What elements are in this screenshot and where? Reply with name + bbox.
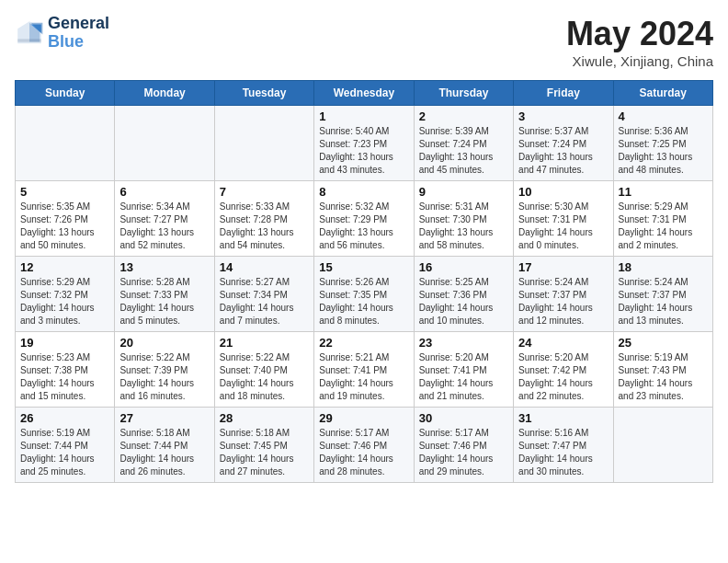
cell-info: Sunrise: 5:39 AM Sunset: 7:24 PM Dayligh…	[419, 125, 508, 177]
day-number: 22	[319, 336, 408, 350]
cell-info: Sunrise: 5:30 AM Sunset: 7:31 PM Dayligh…	[518, 201, 608, 252]
cell-info: Sunrise: 5:28 AM Sunset: 7:33 PM Dayligh…	[119, 276, 209, 327]
day-number: 13	[119, 260, 209, 274]
cell-info: Sunrise: 5:40 AM Sunset: 7:23 PM Dayligh…	[319, 125, 408, 177]
day-number: 1	[319, 109, 408, 123]
cell-info: Sunrise: 5:22 AM Sunset: 7:40 PM Dayligh…	[220, 351, 309, 403]
calendar-cell: 9Sunrise: 5:31 AM Sunset: 7:30 PM Daylig…	[414, 181, 513, 257]
calendar-cell: 29Sunrise: 5:17 AM Sunset: 7:46 PM Dayli…	[314, 408, 414, 483]
cell-info: Sunrise: 5:17 AM Sunset: 7:46 PM Dayligh…	[319, 427, 408, 478]
header-row: SundayMondayTuesdayWednesdayThursdayFrid…	[16, 81, 713, 106]
svg-rect-4	[17, 39, 41, 41]
cell-info: Sunrise: 5:23 AM Sunset: 7:38 PM Dayligh…	[20, 351, 109, 403]
calendar-cell	[115, 106, 214, 181]
day-number: 8	[319, 185, 408, 199]
day-number: 3	[518, 109, 608, 123]
day-header-sunday: Sunday	[16, 81, 115, 106]
logo: General Blue	[15, 15, 109, 52]
page-header: General Blue May 2024 Xiwule, Xinjiang, …	[15, 15, 713, 69]
cell-info: Sunrise: 5:18 AM Sunset: 7:44 PM Dayligh…	[119, 427, 209, 478]
cell-info: Sunrise: 5:34 AM Sunset: 7:27 PM Dayligh…	[119, 201, 209, 252]
calendar-cell: 10Sunrise: 5:30 AM Sunset: 7:31 PM Dayli…	[514, 181, 613, 257]
calendar-cell: 18Sunrise: 5:24 AM Sunset: 7:37 PM Dayli…	[613, 257, 712, 332]
cell-info: Sunrise: 5:29 AM Sunset: 7:31 PM Dayligh…	[619, 201, 708, 252]
day-number: 16	[419, 260, 508, 274]
calendar-cell: 17Sunrise: 5:24 AM Sunset: 7:37 PM Dayli…	[514, 257, 613, 332]
calendar-cell: 1Sunrise: 5:40 AM Sunset: 7:23 PM Daylig…	[314, 106, 414, 181]
calendar-cell: 21Sunrise: 5:22 AM Sunset: 7:40 PM Dayli…	[214, 332, 313, 408]
calendar-cell: 24Sunrise: 5:20 AM Sunset: 7:42 PM Dayli…	[514, 332, 613, 408]
day-number: 29	[319, 411, 408, 425]
day-header-wednesday: Wednesday	[314, 81, 414, 106]
calendar-cell: 14Sunrise: 5:27 AM Sunset: 7:34 PM Dayli…	[214, 257, 313, 332]
day-number: 17	[518, 260, 608, 274]
cell-info: Sunrise: 5:27 AM Sunset: 7:34 PM Dayligh…	[220, 276, 309, 327]
cell-info: Sunrise: 5:37 AM Sunset: 7:24 PM Dayligh…	[518, 125, 608, 177]
day-number: 19	[20, 336, 109, 350]
calendar-cell: 19Sunrise: 5:23 AM Sunset: 7:38 PM Dayli…	[16, 332, 115, 408]
cell-info: Sunrise: 5:19 AM Sunset: 7:43 PM Dayligh…	[619, 351, 708, 403]
week-row-4: 19Sunrise: 5:23 AM Sunset: 7:38 PM Dayli…	[16, 332, 713, 408]
day-number: 5	[20, 185, 109, 199]
cell-info: Sunrise: 5:29 AM Sunset: 7:32 PM Dayligh…	[20, 276, 109, 327]
day-number: 25	[619, 336, 708, 350]
day-number: 9	[419, 185, 508, 199]
logo-text: General Blue	[48, 15, 109, 52]
day-number: 23	[419, 336, 508, 350]
calendar-cell: 30Sunrise: 5:17 AM Sunset: 7:46 PM Dayli…	[414, 408, 513, 483]
cell-info: Sunrise: 5:17 AM Sunset: 7:46 PM Dayligh…	[419, 427, 508, 478]
day-number: 7	[220, 185, 309, 199]
week-row-5: 26Sunrise: 5:19 AM Sunset: 7:44 PM Dayli…	[16, 408, 713, 483]
day-number: 15	[319, 260, 408, 274]
calendar-table: SundayMondayTuesdayWednesdayThursdayFrid…	[15, 80, 713, 483]
calendar-cell: 7Sunrise: 5:33 AM Sunset: 7:28 PM Daylig…	[214, 181, 313, 257]
calendar-cell: 6Sunrise: 5:34 AM Sunset: 7:27 PM Daylig…	[115, 181, 214, 257]
logo-icon	[15, 18, 44, 48]
cell-info: Sunrise: 5:16 AM Sunset: 7:47 PM Dayligh…	[518, 427, 608, 478]
cell-info: Sunrise: 5:18 AM Sunset: 7:45 PM Dayligh…	[220, 427, 309, 478]
cell-info: Sunrise: 5:24 AM Sunset: 7:37 PM Dayligh…	[619, 276, 708, 327]
day-number: 11	[619, 185, 708, 199]
day-number: 6	[119, 185, 209, 199]
day-number: 20	[119, 336, 209, 350]
calendar-cell: 8Sunrise: 5:32 AM Sunset: 7:29 PM Daylig…	[314, 181, 414, 257]
calendar-cell	[214, 106, 313, 181]
location: Xiwule, Xinjiang, China	[566, 53, 713, 69]
day-number: 12	[20, 260, 109, 274]
cell-info: Sunrise: 5:25 AM Sunset: 7:36 PM Dayligh…	[419, 276, 508, 327]
calendar-cell: 27Sunrise: 5:18 AM Sunset: 7:44 PM Dayli…	[115, 408, 214, 483]
cell-info: Sunrise: 5:24 AM Sunset: 7:37 PM Dayligh…	[518, 276, 608, 327]
cell-info: Sunrise: 5:36 AM Sunset: 7:25 PM Dayligh…	[619, 125, 708, 177]
day-number: 14	[220, 260, 309, 274]
cell-info: Sunrise: 5:33 AM Sunset: 7:28 PM Dayligh…	[220, 201, 309, 252]
calendar-cell: 5Sunrise: 5:35 AM Sunset: 7:26 PM Daylig…	[16, 181, 115, 257]
calendar-cell: 26Sunrise: 5:19 AM Sunset: 7:44 PM Dayli…	[16, 408, 115, 483]
cell-info: Sunrise: 5:21 AM Sunset: 7:41 PM Dayligh…	[319, 351, 408, 403]
day-number: 18	[619, 260, 708, 274]
cell-info: Sunrise: 5:31 AM Sunset: 7:30 PM Dayligh…	[419, 201, 508, 252]
calendar-cell: 11Sunrise: 5:29 AM Sunset: 7:31 PM Dayli…	[613, 181, 712, 257]
cell-info: Sunrise: 5:20 AM Sunset: 7:41 PM Dayligh…	[419, 351, 508, 403]
calendar-cell: 22Sunrise: 5:21 AM Sunset: 7:41 PM Dayli…	[314, 332, 414, 408]
calendar-cell: 25Sunrise: 5:19 AM Sunset: 7:43 PM Dayli…	[613, 332, 712, 408]
cell-info: Sunrise: 5:19 AM Sunset: 7:44 PM Dayligh…	[20, 427, 109, 478]
day-number: 30	[419, 411, 508, 425]
calendar-cell: 16Sunrise: 5:25 AM Sunset: 7:36 PM Dayli…	[414, 257, 513, 332]
day-number: 4	[619, 109, 708, 123]
day-header-thursday: Thursday	[414, 81, 513, 106]
day-header-monday: Monday	[115, 81, 214, 106]
calendar-cell: 20Sunrise: 5:22 AM Sunset: 7:39 PM Dayli…	[115, 332, 214, 408]
day-header-saturday: Saturday	[613, 81, 712, 106]
week-row-3: 12Sunrise: 5:29 AM Sunset: 7:32 PM Dayli…	[16, 257, 713, 332]
cell-info: Sunrise: 5:32 AM Sunset: 7:29 PM Dayligh…	[319, 201, 408, 252]
calendar-cell: 23Sunrise: 5:20 AM Sunset: 7:41 PM Dayli…	[414, 332, 513, 408]
day-number: 10	[518, 185, 608, 199]
calendar-cell: 13Sunrise: 5:28 AM Sunset: 7:33 PM Dayli…	[115, 257, 214, 332]
day-number: 21	[220, 336, 309, 350]
day-number: 31	[518, 411, 608, 425]
day-header-friday: Friday	[514, 81, 613, 106]
month-title: May 2024	[566, 15, 713, 53]
day-number: 27	[119, 411, 209, 425]
cell-info: Sunrise: 5:20 AM Sunset: 7:42 PM Dayligh…	[518, 351, 608, 403]
calendar-cell: 4Sunrise: 5:36 AM Sunset: 7:25 PM Daylig…	[613, 106, 712, 181]
